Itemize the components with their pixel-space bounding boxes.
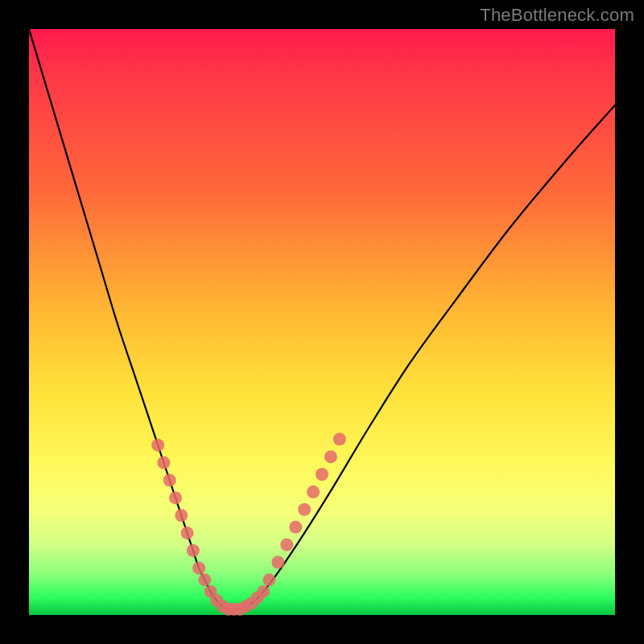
highlight-dot — [187, 544, 200, 557]
chart-frame: TheBottleneck.com — [0, 0, 644, 644]
highlight-dot — [280, 539, 293, 551]
highlight-dot — [151, 439, 164, 452]
highlight-dot — [324, 450, 337, 463]
highlight-dots — [151, 433, 346, 616]
curve-layer — [29, 29, 615, 615]
highlight-dot — [316, 468, 328, 481]
bottleneck-curve — [29, 29, 615, 609]
highlight-dot — [262, 573, 275, 586]
highlight-dot — [289, 521, 302, 534]
highlight-dot — [257, 585, 270, 598]
highlight-dot — [169, 491, 182, 504]
highlight-dot — [307, 485, 320, 498]
highlight-dot — [198, 573, 211, 586]
highlight-dot — [192, 562, 205, 575]
plot-area — [29, 29, 615, 615]
highlight-dot — [157, 456, 170, 469]
watermark-text: TheBottleneck.com — [480, 5, 634, 26]
highlight-dot — [175, 509, 188, 522]
highlight-dot — [181, 526, 194, 539]
highlight-dot — [333, 433, 346, 446]
highlight-dot — [271, 555, 284, 568]
highlight-dot — [163, 474, 176, 487]
highlight-dot — [298, 503, 311, 516]
